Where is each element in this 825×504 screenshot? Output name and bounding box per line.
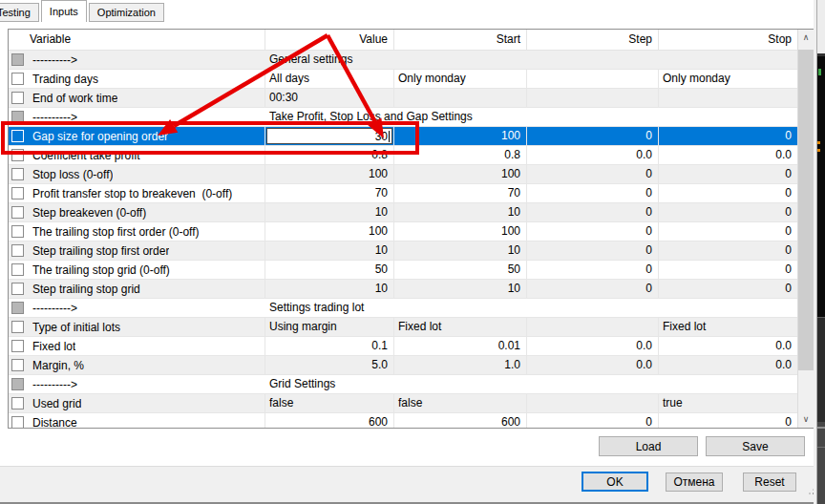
table-row[interactable]: The trailing stop grid (0-off)505000 [9, 261, 797, 280]
table-row[interactable]: Used gridfalsefalsetrue [9, 394, 797, 413]
cell-variable: Gap size for opening order [9, 127, 265, 145]
table-row[interactable]: The trailing stop first order (0-off)100… [9, 222, 797, 242]
cell-start: 100 [394, 222, 527, 241]
row-checkbox[interactable] [11, 263, 24, 276]
cell-stop: true [659, 394, 797, 412]
value-edit-input[interactable]: 30 [266, 128, 392, 144]
row-checkbox[interactable] [11, 378, 24, 390]
save-button[interactable]: Save [706, 436, 805, 456]
table-row[interactable]: ---------->Take Profit, Stop Loss and Ga… [9, 108, 797, 127]
cell-value: All days [265, 70, 394, 88]
row-label: ----------> [32, 109, 77, 126]
cell-variable: ----------> [9, 299, 265, 317]
cell-start: 600 [394, 413, 527, 428]
table-row[interactable]: Fixed lot0.10.010.00.0 [9, 337, 797, 356]
table-row[interactable]: ---------->Settings trading lot [9, 299, 797, 318]
cell-value: 10 [265, 242, 394, 260]
table-row[interactable]: End of work time00:30 [9, 89, 797, 108]
table-row[interactable]: Step breakeven (0-off)101000 [9, 203, 797, 222]
cell-start [394, 89, 527, 107]
table-row[interactable]: Trading daysAll daysOnly mondayOnly mond… [9, 70, 797, 89]
row-checkbox[interactable] [11, 92, 24, 104]
cell-stop [659, 89, 797, 107]
row-checkbox[interactable] [11, 206, 24, 219]
vertical-scrollbar[interactable]: ∧ ∨ [797, 30, 814, 428]
table-row[interactable]: Profit transfer stop to breakeven (0-off… [9, 184, 797, 203]
row-checkbox[interactable] [11, 397, 24, 410]
section-title: Grid Settings [265, 375, 797, 393]
section-title: Settings trading lot [265, 299, 797, 317]
row-checkbox[interactable] [11, 321, 24, 333]
table-row[interactable]: Distance60060000 [9, 413, 797, 428]
table-row[interactable]: Stop loss (0-off)10010000 [9, 165, 797, 184]
row-label: Profit transfer stop to breakeven (0-off… [32, 185, 232, 202]
row-label: Stop loss (0-off) [32, 166, 113, 183]
cell-stop: 0 [659, 280, 797, 298]
table-row[interactable]: Margin, %5.01.00.00.0 [9, 356, 797, 375]
cell-stop: 0 [659, 127, 797, 145]
cell-step: 0 [527, 242, 659, 260]
row-checkbox[interactable] [11, 168, 24, 180]
table-row[interactable]: Coefficient take profit0.80.80.00.0 [9, 146, 797, 165]
row-checkbox[interactable] [11, 225, 24, 238]
table-row[interactable]: ---------->General settings [9, 51, 797, 70]
ok-button[interactable]: OK [582, 472, 648, 492]
cell-value: 100 [265, 222, 394, 241]
cell-value: 600 [265, 413, 394, 428]
row-checkbox[interactable] [11, 111, 24, 123]
row-checkbox[interactable] [11, 187, 24, 200]
cell-stop: 0.0 [659, 356, 797, 374]
section-title: Take Profit, Stop Loss and Gap Settings [265, 108, 797, 126]
row-label: Step breakeven (0-off) [32, 204, 146, 221]
cell-variable: Profit transfer stop to breakeven (0-off… [9, 184, 265, 202]
cell-variable: End of work time [9, 89, 265, 107]
cell-variable: Type of initial lots [9, 318, 265, 336]
table-row[interactable]: Type of initial lotsUsing marginFixed lo… [9, 318, 797, 337]
tab-optimization[interactable]: Optimization [89, 3, 164, 22]
cell-start: 70 [394, 184, 527, 202]
row-checkbox[interactable] [11, 283, 24, 295]
row-checkbox[interactable] [11, 130, 24, 142]
chevron-up-icon: ∧ [803, 32, 810, 42]
cell-stop: 0 [659, 222, 797, 241]
scroll-up-button[interactable]: ∧ [798, 30, 814, 46]
cell-stop: Fixed lot [659, 318, 797, 336]
row-checkbox[interactable] [11, 244, 24, 257]
tab-testing[interactable]: Testing [0, 3, 39, 22]
row-checkbox[interactable] [11, 359, 24, 371]
row-label: Step trailing stop grid [32, 281, 140, 298]
column-header-variable[interactable]: Variable [9, 30, 265, 50]
row-checkbox[interactable] [11, 149, 24, 161]
chevron-down-icon: ∨ [803, 414, 810, 424]
scroll-down-button[interactable]: ∨ [798, 411, 814, 428]
tab-inputs[interactable]: Inputs [41, 0, 87, 22]
column-header-value[interactable]: Value [265, 30, 394, 50]
load-button[interactable]: Load [599, 436, 698, 456]
row-checkbox[interactable] [11, 53, 24, 66]
table-row[interactable]: Step trailing stop grid101000 [9, 280, 797, 299]
column-header-step[interactable]: Step [527, 30, 659, 50]
cell-value: false [265, 394, 394, 412]
table-row[interactable]: Gap size for opening order3010000 [9, 127, 797, 146]
column-header-start[interactable]: Start [394, 30, 527, 50]
expert-properties-dialog: TestingInputsOptimization VariableValueS… [0, 0, 825, 504]
cell-stop: 0.0 [659, 337, 797, 355]
cell-variable: ----------> [9, 108, 265, 126]
cell-value: 70 [265, 184, 394, 202]
column-header-stop[interactable]: Stop [659, 30, 797, 50]
background-app-strip [817, 0, 825, 504]
row-checkbox[interactable] [11, 73, 24, 85]
table-row[interactable]: Step trailing stop first order101000 [9, 242, 797, 261]
cell-step: 0.0 [527, 337, 659, 355]
cell-stop: 0 [659, 165, 797, 183]
row-label: Step trailing stop first order [32, 242, 169, 260]
row-checkbox[interactable] [11, 302, 24, 314]
reset-button[interactable]: Reset [743, 472, 796, 492]
row-checkbox[interactable] [11, 340, 24, 352]
cell-step: 0 [527, 280, 659, 298]
cancel-button[interactable]: Отмена [666, 472, 723, 492]
row-label: Used grid [32, 395, 81, 412]
scrollbar-thumb[interactable] [798, 50, 814, 370]
row-checkbox[interactable] [11, 416, 24, 428]
table-row[interactable]: ---------->Grid Settings [9, 375, 797, 394]
